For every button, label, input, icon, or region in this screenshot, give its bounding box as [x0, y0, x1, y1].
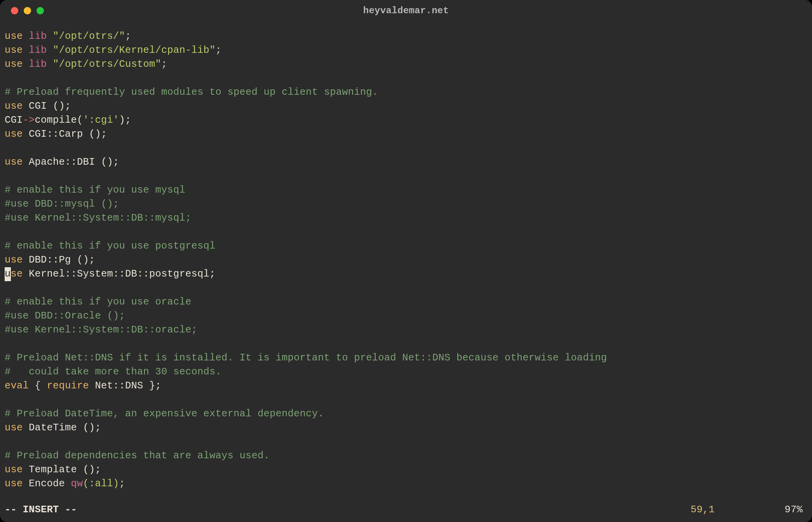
code-line: use lib "/opt/otrs/";: [5, 30, 807, 44]
code-line: #use Kernel::System::DB::oracle;: [5, 323, 807, 337]
code-line: # Preload DateTime, an expensive externa…: [5, 407, 807, 421]
cursor-position: 59,1: [690, 504, 784, 515]
code-line: use DateTime ();: [5, 421, 807, 435]
code-line: use lib "/opt/otrs/Custom";: [5, 57, 807, 71]
text-cursor: u: [5, 267, 11, 281]
code-line: # enable this if you use mysql: [5, 183, 807, 197]
code-line: #use DBD::mysql ();: [5, 197, 807, 211]
code-line: [5, 169, 807, 183]
titlebar: heyvaldemar.net: [0, 0, 812, 21]
code-line: [5, 71, 807, 85]
code-line: # enable this if you use oracle: [5, 295, 807, 309]
scroll-percent: 97%: [784, 504, 803, 515]
terminal-window: heyvaldemar.net use lib "/opt/otrs/";use…: [0, 0, 812, 522]
code-line: # enable this if you use postgresql: [5, 239, 807, 253]
code-line: # Preload frequently used modules to spe…: [5, 85, 807, 99]
window-title: heyvaldemar.net: [0, 5, 812, 16]
code-line: use Template ();: [5, 463, 807, 477]
editor-content[interactable]: use lib "/opt/otrs/";use lib "/opt/otrs/…: [0, 21, 812, 491]
minimize-icon[interactable]: [24, 7, 31, 14]
close-icon[interactable]: [11, 7, 18, 14]
vim-status-bar: -- INSERT -- 59,1 97%: [0, 503, 812, 517]
code-line: [5, 141, 807, 155]
code-line: # could take more than 30 seconds.: [5, 365, 807, 379]
code-line: [5, 393, 807, 407]
code-line: use Apache::DBI ();: [5, 155, 807, 169]
code-line: use lib "/opt/otrs/Kernel/cpan-lib";: [5, 44, 807, 57]
code-line: CGI->compile(':cgi');: [5, 113, 807, 127]
code-line: [5, 337, 807, 351]
code-line: [5, 435, 807, 449]
window-controls: [0, 7, 44, 14]
code-line: eval { require Net::DNS };: [5, 379, 807, 393]
code-line: [5, 281, 807, 295]
code-line: #use Kernel::System::DB::mysql;: [5, 211, 807, 225]
code-line: # Preload Net::DNS if it is installed. I…: [5, 351, 807, 365]
code-line: use Encode qw(:all);: [5, 477, 807, 491]
code-line: [5, 225, 807, 239]
code-line: #use DBD::Oracle ();: [5, 309, 807, 323]
code-line: # Preload dependencies that are always u…: [5, 449, 807, 463]
code-line: use DBD::Pg ();: [5, 253, 807, 267]
code-line: use Kernel::System::DB::postgresql;: [5, 267, 807, 281]
vim-mode: -- INSERT --: [5, 504, 77, 515]
code-line: use CGI::Carp ();: [5, 127, 807, 141]
zoom-icon[interactable]: [37, 7, 44, 14]
code-line: use CGI ();: [5, 99, 807, 113]
